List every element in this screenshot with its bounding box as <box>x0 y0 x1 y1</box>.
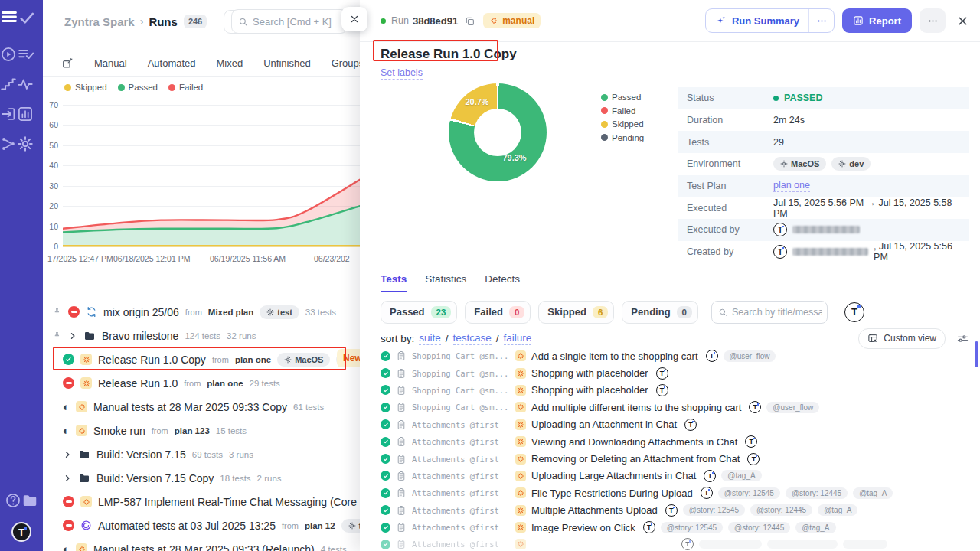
menu-icon[interactable] <box>0 8 18 26</box>
test-plan-link[interactable]: plan one <box>773 180 810 192</box>
test-row[interactable]: Shopping Cart @sm...Add a single item to… <box>360 347 980 364</box>
filter-chip-failed[interactable]: Failed0 <box>465 301 531 324</box>
assignee-avatar: T <box>747 453 760 465</box>
runs-count-badge: 246 <box>184 15 207 28</box>
run-list-item[interactable]: Automated tests at 03 Jul 2025 13:25from… <box>43 514 360 537</box>
test-row[interactable]: Attachments @firstViewing and Downloadin… <box>360 433 980 450</box>
tab-defects[interactable]: Defects <box>485 273 520 291</box>
run-list-item[interactable]: Build: Version 7.1569 tests3 runs <box>43 442 360 466</box>
clipboard-icon <box>396 402 407 412</box>
breadcrumb-project[interactable]: Zyntra Spark <box>64 15 135 28</box>
bar-chart-icon <box>853 15 864 26</box>
run-meta: 124 tests <box>185 331 220 341</box>
run-title: Smoke run <box>93 425 145 437</box>
sort-link-failure[interactable]: failure <box>504 332 532 345</box>
tests-search-input[interactable] <box>732 307 822 318</box>
tab-statistics[interactable]: Statistics <box>425 273 466 291</box>
test-row-partial[interactable]: Attachments @firstT <box>360 536 980 551</box>
chevron-right-icon[interactable] <box>63 474 72 483</box>
close-runs-panel-button[interactable] <box>341 7 368 31</box>
filter-chip-pending[interactable]: Pending0 <box>622 301 698 324</box>
test-row[interactable]: Shopping Cart @sm...Add multiple differe… <box>360 399 980 416</box>
sort-by-label: sort by: <box>381 333 414 344</box>
sliders-icon[interactable] <box>956 332 969 345</box>
tab-groups[interactable]: Groups <box>332 57 360 69</box>
pin-icon[interactable] <box>52 307 62 317</box>
playlist-check-icon[interactable] <box>17 46 34 63</box>
custom-view-label: Custom view <box>884 333 936 344</box>
tab-manual[interactable]: Manual <box>94 57 127 69</box>
test-row[interactable]: Attachments @firstUploading Large Attach… <box>360 468 980 484</box>
clipboard-icon <box>396 487 407 498</box>
report-button[interactable]: Report <box>842 8 912 33</box>
table-view-icon <box>867 333 878 344</box>
filter-chip-skipped[interactable]: Skipped6 <box>538 301 614 324</box>
suite-name: Attachments @first <box>412 455 510 464</box>
more-actions-button[interactable] <box>920 8 946 33</box>
run-summary-button[interactable]: Run Summary <box>706 9 808 32</box>
branch-icon[interactable] <box>0 135 17 152</box>
automated-run-icon <box>80 520 92 531</box>
select-runs-icon[interactable] <box>61 57 74 70</box>
detail-value: T, Jul 15, 2025 5:56 PM <box>773 241 969 262</box>
legend-label: Pending <box>612 133 644 142</box>
test-row[interactable]: Attachments @firstUploading an Attachmen… <box>360 416 980 433</box>
user-avatar[interactable]: T <box>11 522 31 542</box>
assignee-avatar: T <box>665 504 678 517</box>
run-list-item[interactable]: mix origin 25/06fromMixed plantest33 tes… <box>43 300 360 324</box>
run-list-item[interactable]: LMP-587 Implement Real-Time Chat Messagi… <box>43 490 360 514</box>
test-row[interactable]: Attachments @firstImage Preview on Click… <box>360 519 980 536</box>
help-icon[interactable] <box>5 492 21 509</box>
test-tag: @user_flow <box>766 402 819 413</box>
sort-link-suite[interactable]: suite <box>419 332 441 345</box>
bar-chart-icon[interactable] <box>17 106 34 122</box>
legend-item-skipped: Skipped <box>601 119 644 129</box>
run-list-item[interactable]: ◐Manual tests at 28 Mar 2025 09:33 (Rela… <box>43 537 360 551</box>
passed-icon <box>381 385 390 395</box>
set-labels-link[interactable]: Set labels <box>381 67 423 80</box>
chevron-right-icon[interactable] <box>68 331 77 341</box>
folder-icon[interactable] <box>21 492 38 509</box>
run-list-item[interactable]: ◐Manual tests at 28 Mar 2025 09:33 Copy6… <box>43 395 360 419</box>
filter-chip-passed[interactable]: Passed23 <box>381 301 457 324</box>
pulse-icon[interactable] <box>17 76 34 93</box>
tab-automated[interactable]: Automated <box>148 57 196 69</box>
run-title: Release Run 1.0 <box>98 377 178 390</box>
clipboard-icon <box>396 385 407 396</box>
sign-in-icon[interactable] <box>0 106 17 122</box>
run-status-dot <box>381 18 386 24</box>
chip-count: 6 <box>593 306 608 318</box>
tab-tests[interactable]: Tests <box>381 273 407 292</box>
test-row[interactable]: Shopping Cart @sm...Shopping with placeh… <box>360 382 980 399</box>
run-summary-more-button[interactable] <box>809 9 834 32</box>
run-list-item[interactable]: ◐Smoke runfromplan 12315 tests <box>43 419 360 442</box>
run-list-item[interactable]: Release Run 1.0 Copyfromplan oneMacOSdev… <box>43 347 360 371</box>
run-icon[interactable] <box>0 46 17 63</box>
copy-icon[interactable] <box>464 15 475 27</box>
test-row[interactable]: Shopping Cart @sm...Shopping with placeh… <box>360 364 980 381</box>
check-icon[interactable] <box>18 9 35 26</box>
chevron-right-icon[interactable] <box>63 450 72 459</box>
run-list-item[interactable]: Build: Version 7.15 Copy18 tests2 runs <box>43 466 360 490</box>
close-panel-icon[interactable] <box>956 15 969 28</box>
pin-icon[interactable] <box>52 331 62 341</box>
test-row[interactable]: Attachments @firstFile Type Restrictions… <box>360 484 980 501</box>
sort-row: sort by: suite/testcase/failure Custom v… <box>381 328 969 348</box>
run-list-item[interactable]: Release Run 1.0fromplan one29 tests <box>43 371 360 395</box>
test-row[interactable]: Attachments @firstMultiple Attachments U… <box>360 502 980 519</box>
sort-link-testcase[interactable]: testcase <box>453 332 492 345</box>
breadcrumb-section[interactable]: Runs <box>149 15 178 28</box>
run-list-item[interactable]: Bravo milestone124 tests32 runs <box>43 324 360 347</box>
steps-icon[interactable] <box>0 76 17 93</box>
test-title: Uploading Large Attachments in Chat <box>531 470 696 481</box>
custom-view-button[interactable]: Custom view <box>858 328 946 349</box>
tab-unfinished[interactable]: Unfinished <box>263 57 310 69</box>
runs-search-input[interactable] <box>253 16 341 28</box>
test-title: Image Preview on Click <box>531 522 635 533</box>
user-avatar: T <box>773 245 787 259</box>
tests-scrollbar-thumb[interactable] <box>975 341 978 367</box>
tab-mixed[interactable]: Mixed <box>217 57 243 69</box>
assignee-filter-avatar[interactable]: T <box>844 302 864 322</box>
test-row[interactable]: Attachments @firstRemoving or Deleting a… <box>360 450 980 467</box>
gear-icon[interactable] <box>17 135 34 152</box>
